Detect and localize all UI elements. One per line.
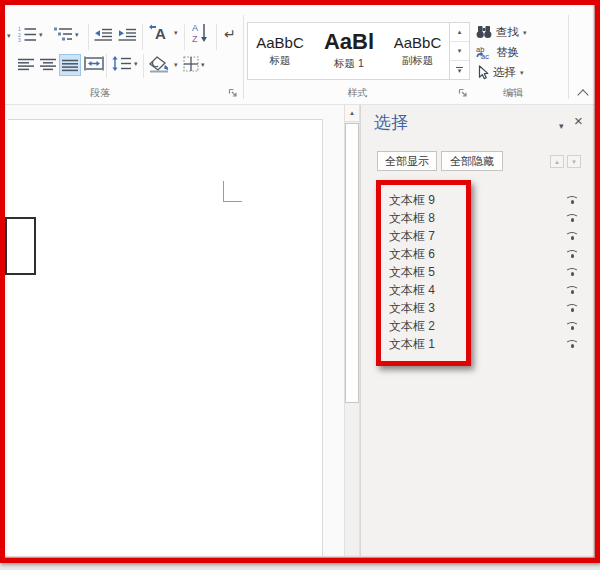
align-left-icon <box>18 58 34 71</box>
visible-eye-icon[interactable] <box>565 214 580 223</box>
sort-button[interactable]: A Z <box>191 22 209 43</box>
align-left-button[interactable] <box>18 58 34 71</box>
document-scrollbar[interactable]: ▴ <box>344 105 360 556</box>
chevron-down-icon: ▾ <box>201 61 205 68</box>
svg-text:Z: Z <box>192 34 198 44</box>
separator <box>142 24 143 50</box>
group-separator <box>568 15 569 99</box>
collapse-ribbon-icon[interactable] <box>577 89 588 100</box>
hide-all-button[interactable]: 全部隐藏 <box>441 151 503 171</box>
styles-dialog-launcher-icon[interactable] <box>458 88 468 98</box>
visible-eye-icon[interactable] <box>565 340 580 349</box>
margin-corner-mark <box>223 181 242 202</box>
separator <box>88 24 89 50</box>
line-spacing-button[interactable]: ▾ <box>112 56 138 71</box>
svg-text:3: 3 <box>18 37 21 42</box>
separator <box>184 24 185 50</box>
gallery-more-button[interactable]: ▾ <box>450 61 469 79</box>
reorder-down-button-disabled[interactable]: ▼ <box>567 155 581 168</box>
numbered-list-icon: 123 <box>18 26 37 42</box>
justify-button-selected[interactable] <box>60 55 80 75</box>
style-sample: AaBl <box>324 31 374 53</box>
gallery-scroll-down-button[interactable]: ▾ <box>450 42 469 61</box>
down-triangle-icon: ▼ <box>571 159 577 165</box>
show-all-button[interactable]: 全部显示 <box>377 151 437 171</box>
increase-indent-button[interactable] <box>118 28 137 41</box>
visible-eye-icon[interactable] <box>565 322 580 331</box>
multilevel-list-button[interactable]: ▾ <box>54 26 79 42</box>
textbox-shape-on-page[interactable] <box>5 217 36 275</box>
align-center-button[interactable] <box>40 58 56 71</box>
document-area[interactable]: ▴ <box>5 105 360 556</box>
bullets-dropdown-icon[interactable]: ▾ <box>7 32 11 39</box>
style-name: 标题 <box>270 54 291 68</box>
styles-group-label: 样式 <box>247 86 468 100</box>
style-item-subtitle[interactable]: AaBbC 副标题 <box>386 23 449 79</box>
separator <box>143 54 144 78</box>
document-page[interactable] <box>8 119 323 556</box>
paragraph-mark-icon: ↵ <box>224 26 236 42</box>
asian-layout-button[interactable]: A ▾ <box>148 23 178 42</box>
visible-eye-icon[interactable] <box>565 232 580 241</box>
paragraph-group-label: 段落 <box>45 86 155 100</box>
scroll-up-icon: ▴ <box>458 28 462 36</box>
scroll-up-icon: ▴ <box>350 109 354 117</box>
app-window: ▾ 123 ▾ ▾ <box>0 0 600 563</box>
decrease-indent-icon <box>94 28 113 41</box>
visible-eye-icon[interactable] <box>565 196 580 205</box>
chevron-down-icon: ▾ <box>520 69 524 76</box>
select-button[interactable]: 选择 ▾ <box>476 64 524 80</box>
scrollbar-thumb[interactable] <box>345 123 359 403</box>
character-scaling-icon: A <box>148 23 172 42</box>
style-name: 副标题 <box>402 54 434 68</box>
borders-button[interactable]: ▾ <box>183 56 205 72</box>
svg-text:A: A <box>192 23 198 33</box>
visible-eye-icon[interactable] <box>565 286 580 295</box>
reorder-up-button-disabled[interactable]: ▲ <box>550 155 564 168</box>
borders-grid-icon <box>183 56 199 72</box>
style-item-title[interactable]: AaBbC 标题 <box>248 23 312 79</box>
style-sample: AaBbC <box>394 35 442 50</box>
chevron-down-icon: ▾ <box>458 69 462 73</box>
selection-pane: 选择 ▾ × 全部显示 全部隐藏 ▲ ▼ 文本框 9 文本框 8 <box>360 105 596 556</box>
scroll-down-icon: ▾ <box>458 47 462 55</box>
shading-button[interactable]: ▾ <box>149 56 178 73</box>
chevron-down-icon: ▾ <box>39 31 43 38</box>
pane-menu-chevron-icon[interactable]: ▾ <box>559 121 564 131</box>
svg-text:A: A <box>155 25 166 42</box>
style-item-heading1[interactable]: AaBl 标题 1 <box>312 23 386 79</box>
visible-eye-icon[interactable] <box>565 250 580 259</box>
numbered-list-button[interactable]: 123 ▾ <box>18 26 43 42</box>
separator <box>106 54 107 78</box>
line-spacing-icon <box>112 56 132 71</box>
group-separator <box>243 15 244 99</box>
sort-az-icon: A Z <box>191 22 209 43</box>
align-center-icon <box>40 58 56 71</box>
gallery-scroll-up-button[interactable]: ▴ <box>450 23 469 42</box>
replace-button[interactable]: ab ac 替换 <box>476 44 519 60</box>
styles-gallery: AaBbC 标题 AaBl 标题 1 AaBbC 副标题 ▴ ▾ ▾ <box>247 22 470 80</box>
chevron-down-icon: ▾ <box>75 31 79 38</box>
paragraph-dialog-launcher-icon[interactable] <box>228 88 238 98</box>
chevron-down-icon: ▾ <box>174 29 178 36</box>
distribute-button[interactable] <box>84 56 104 71</box>
find-button[interactable]: 查找 ▾ <box>476 24 527 40</box>
scrollbar-up-button[interactable]: ▴ <box>345 105 359 122</box>
red-highlight-annotation <box>376 180 471 366</box>
styles-gallery-scroll: ▴ ▾ ▾ <box>449 23 469 79</box>
justify-icon <box>62 59 78 72</box>
pane-title: 选择 <box>374 111 408 134</box>
style-sample: AaBbC <box>256 35 304 50</box>
find-label: 查找 <box>496 25 519 40</box>
find-binoculars-icon <box>476 25 492 39</box>
show-hide-marks-button[interactable]: ↵ <box>224 26 236 42</box>
editing-group-label: 编辑 <box>473 86 553 100</box>
visible-eye-icon[interactable] <box>565 268 580 277</box>
ribbon: ▾ 123 ▾ ▾ <box>5 5 595 105</box>
replace-icon: ab ac <box>476 45 492 59</box>
visible-eye-icon[interactable] <box>565 304 580 313</box>
pane-close-icon[interactable]: × <box>574 113 583 128</box>
chevron-down-icon: ▾ <box>523 29 527 36</box>
main-area: ▴ 选择 ▾ × 全部显示 全部隐藏 ▲ ▼ 文本框 9 <box>5 105 595 556</box>
decrease-indent-button[interactable] <box>94 28 113 41</box>
